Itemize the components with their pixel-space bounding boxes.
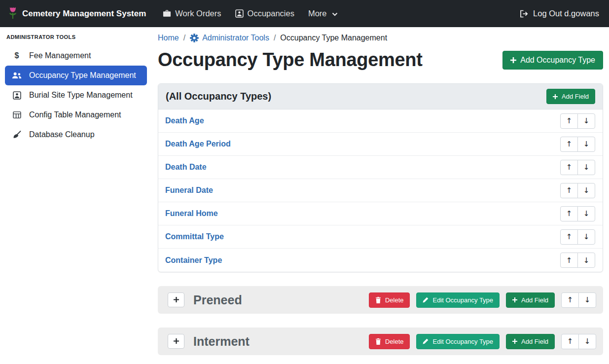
- field-link-container-type[interactable]: Container Type: [165, 256, 222, 265]
- sidebar-item-label: Fee Management: [29, 51, 91, 60]
- sidebar-item-occupancy-type-management[interactable]: Occupancy Type Management: [5, 66, 147, 85]
- trash-icon: [375, 297, 381, 303]
- sidebar-item-fee-management[interactable]: $ Fee Management: [5, 46, 147, 66]
- add-field-label: Add Field: [562, 93, 589, 100]
- reorder-buttons: ↑ ↓: [560, 137, 595, 152]
- move-down-button[interactable]: ↓: [577, 113, 595, 129]
- move-down-button[interactable]: ↓: [578, 292, 596, 308]
- expand-section-button[interactable]: [168, 292, 184, 307]
- arrow-down-icon: ↓: [584, 337, 591, 346]
- move-up-button[interactable]: ↑: [560, 183, 578, 198]
- sidebar-item-burial-site-type-management[interactable]: Burial Site Type Management: [5, 85, 147, 105]
- portrait-icon: [11, 91, 22, 100]
- breadcrumb-home[interactable]: Home: [158, 34, 179, 42]
- field-link-death-age-period[interactable]: Death Age Period: [165, 140, 231, 148]
- sidebar-item-label: Config Table Management: [29, 110, 121, 119]
- plus-icon: [174, 338, 179, 345]
- add-field-button[interactable]: Add Field: [506, 292, 555, 308]
- move-up-button[interactable]: ↑: [560, 229, 578, 245]
- move-down-button[interactable]: ↓: [577, 160, 595, 175]
- move-up-button[interactable]: ↑: [561, 334, 579, 349]
- section-actions: Delete Edit Occupancy Type Add Field ↑ ↓: [369, 334, 596, 349]
- occupancy-type-section-preneed: Preneed Delete Edit Occupancy Type Add F…: [158, 286, 603, 314]
- reorder-buttons: ↑ ↓: [560, 206, 595, 221]
- edit-occupancy-type-button[interactable]: Edit Occupancy Type: [416, 334, 500, 349]
- plus-icon: [553, 94, 558, 99]
- move-up-button[interactable]: ↑: [561, 292, 579, 308]
- move-down-button[interactable]: ↓: [577, 253, 595, 268]
- users-icon: [11, 72, 22, 79]
- logout-icon: [520, 10, 529, 18]
- field-link-death-age[interactable]: Death Age: [165, 116, 204, 125]
- move-up-button[interactable]: ↑: [560, 206, 578, 221]
- field-row: Funeral Home ↑ ↓: [158, 202, 603, 225]
- edit-label: Edit Occupancy Type: [432, 296, 493, 304]
- type-sections: Preneed Delete Edit Occupancy Type Add F…: [158, 286, 603, 355]
- add-field-label: Add Field: [521, 338, 548, 345]
- plus-icon: [512, 297, 517, 302]
- plus-icon: [512, 339, 517, 344]
- breadcrumb-separator: /: [274, 34, 276, 42]
- reorder-buttons: ↑ ↓: [560, 160, 595, 175]
- edit-occupancy-type-button[interactable]: Edit Occupancy Type: [416, 292, 500, 308]
- add-field-label: Add Field: [521, 296, 548, 304]
- breadcrumb-label: Administrator Tools: [202, 34, 269, 42]
- field-link-funeral-home[interactable]: Funeral Home: [165, 209, 218, 218]
- field-row: Committal Type ↑ ↓: [158, 225, 603, 249]
- move-down-button[interactable]: ↓: [577, 229, 595, 245]
- breadcrumb-administrator-tools[interactable]: Administrator Tools: [190, 34, 269, 42]
- move-down-button[interactable]: ↓: [578, 334, 596, 349]
- delete-button[interactable]: Delete: [369, 334, 410, 349]
- sidebar-item-config-table-management[interactable]: Config Table Management: [5, 105, 147, 125]
- sidebar-item-database-cleanup[interactable]: Database Cleanup: [5, 125, 147, 145]
- move-up-button[interactable]: ↑: [560, 160, 578, 175]
- nav-item-occupancies[interactable]: Occupancies: [228, 9, 301, 18]
- add-field-button[interactable]: Add Field: [506, 334, 555, 349]
- move-down-button[interactable]: ↓: [577, 137, 595, 152]
- app-brand[interactable]: Cemetery Management System: [8, 6, 146, 22]
- arrow-up-icon: ↑: [566, 209, 573, 218]
- arrow-up-icon: ↑: [567, 337, 573, 346]
- all-occupancy-types-card: (All Occupancy Types) Add Field Death Ag…: [158, 83, 603, 272]
- delete-label: Delete: [385, 338, 404, 345]
- trash-icon: [375, 338, 381, 345]
- field-link-committal-type[interactable]: Committal Type: [165, 232, 224, 241]
- move-down-button[interactable]: ↓: [577, 183, 595, 198]
- add-occupancy-type-label: Add Occupancy Type: [520, 56, 595, 65]
- move-up-button[interactable]: ↑: [560, 253, 578, 268]
- arrow-down-icon: ↓: [583, 116, 590, 125]
- arrow-up-icon: ↑: [567, 295, 573, 304]
- add-field-button[interactable]: Add Field: [546, 89, 595, 104]
- nav-item-more[interactable]: More: [301, 9, 345, 18]
- delete-label: Delete: [385, 296, 404, 304]
- work-orders-icon: [163, 10, 171, 17]
- breadcrumb-label: Occupancy Type Management: [280, 34, 387, 42]
- reorder-buttons: ↑ ↓: [560, 253, 595, 268]
- dollar-icon: $: [11, 51, 22, 60]
- expand-section-button[interactable]: [168, 334, 184, 349]
- move-down-button[interactable]: ↓: [577, 206, 595, 221]
- nav-item-label: More: [308, 9, 327, 18]
- card-title: (All Occupancy Types): [166, 91, 271, 102]
- move-up-button[interactable]: ↑: [560, 113, 578, 129]
- title-row: Occupancy Type Management Add Occupancy …: [158, 49, 603, 71]
- add-occupancy-type-button[interactable]: Add Occupancy Type: [502, 51, 603, 70]
- sidebar-item-label: Burial Site Type Management: [29, 91, 133, 100]
- delete-button[interactable]: Delete: [369, 292, 410, 308]
- logout-button[interactable]: Log Out d.gowans: [520, 9, 601, 18]
- arrow-up-icon: ↑: [566, 256, 573, 265]
- field-link-death-date[interactable]: Death Date: [165, 163, 207, 172]
- arrow-down-icon: ↓: [583, 140, 590, 148]
- arrow-up-icon: ↑: [566, 116, 573, 125]
- logout-label: Log Out d.gowans: [533, 9, 599, 18]
- field-link-funeral-date[interactable]: Funeral Date: [165, 186, 213, 195]
- arrow-down-icon: ↓: [583, 186, 590, 195]
- nav-item-label: Occupancies: [248, 9, 294, 18]
- gear-icon: [190, 34, 199, 42]
- move-up-button[interactable]: ↑: [560, 137, 578, 152]
- table-icon: [11, 111, 22, 119]
- occupancy-type-section-interment: Interment Delete Edit Occupancy Type Add…: [158, 328, 603, 355]
- section-title: Preneed: [193, 293, 242, 307]
- sidebar-item-label: Database Cleanup: [29, 130, 95, 139]
- nav-item-work-orders[interactable]: Work Orders: [156, 9, 228, 18]
